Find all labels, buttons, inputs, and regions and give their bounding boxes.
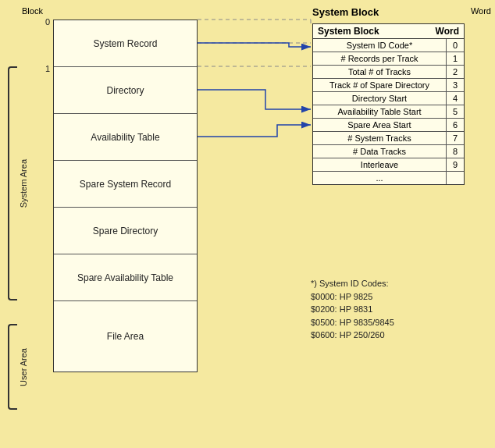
directory-row: Directory [54, 67, 197, 114]
right-cell-1-word: 1 [447, 52, 464, 65]
right-row-ellipsis: ... [313, 172, 464, 184]
right-cell-ellipsis-word [447, 172, 464, 184]
right-cell-5-word: 5 [447, 105, 464, 118]
arrow-directory [198, 90, 311, 109]
footnote-entry-3: $0600: HP 250/260 [311, 329, 394, 342]
right-row-3: Track # of Spare Directory 3 [313, 79, 464, 92]
arrow-avail-table [198, 125, 311, 137]
right-cell-ellipsis-label: ... [313, 172, 447, 184]
system-area-group: System Area [8, 66, 28, 300]
right-table-header-label: System Block [318, 26, 379, 37]
right-cell-4-word: 4 [447, 92, 464, 105]
spare-system-record-row: Spare System Record [54, 161, 197, 208]
user-area-label: User Area [19, 348, 28, 386]
right-row-7: # System Tracks 7 [313, 132, 464, 145]
footnote: *) System ID Codes: $0000: HP 9825 $0200… [311, 277, 394, 342]
footnote-entry-1: $0200: HP 9831 [311, 303, 394, 316]
word-header-label: Word [471, 6, 491, 16]
right-cell-8-word: 8 [447, 145, 464, 158]
right-row-0: System ID Code* 0 [313, 39, 464, 52]
user-area-group: User Area [8, 324, 28, 410]
right-row-6: Spare Area Start 6 [313, 119, 464, 132]
block-num-0: 0 [45, 17, 50, 27]
right-cell-8-label: # Data Tracks [313, 145, 447, 158]
right-cell-5-label: Availability Table Start [313, 105, 447, 118]
right-cell-6-word: 6 [447, 119, 464, 131]
user-area-brace [8, 324, 17, 410]
right-cell-6-label: Spare Area Start [313, 119, 447, 131]
system-area-label: System Area [19, 159, 28, 208]
left-diagram-box: System Record Directory Availability Tab… [53, 20, 198, 372]
right-row-2: Total # of Tracks 2 [313, 66, 464, 79]
right-cell-7-word: 7 [447, 132, 464, 144]
system-block-header: System Block [312, 6, 379, 18]
spare-availability-table-row: Spare Availability Table [54, 254, 197, 301]
availability-table-row: Availability Table [54, 114, 197, 161]
footnote-entry-0: $0000: HP 9825 [311, 290, 394, 304]
right-cell-3-label: Track # of Spare Directory [313, 79, 447, 91]
right-cell-9-word: 9 [447, 158, 464, 171]
right-row-8: # Data Tracks 8 [313, 145, 464, 158]
right-system-block-table: System Block Word System ID Code* 0 # Re… [312, 23, 465, 185]
system-record-row: System Record [54, 20, 197, 67]
block-num-1: 1 [45, 64, 50, 73]
right-row-1: # Records per Track 1 [313, 52, 464, 66]
arrow-system-record [198, 43, 311, 47]
right-cell-2-label: Total # of Tracks [313, 66, 447, 78]
right-cell-3-word: 3 [447, 79, 464, 91]
right-row-9: Interleave 9 [313, 158, 464, 172]
spare-directory-row: Spare Directory [54, 208, 197, 254]
main-container: Block System Block Word 0 1 System Recor… [0, 0, 495, 448]
block-header-label: Block [22, 6, 43, 16]
right-table-header: System Block Word [313, 24, 464, 39]
system-area-brace [8, 66, 17, 300]
footnote-entry-2: $0500: HP 9835/9845 [311, 316, 394, 329]
right-row-5: Availability Table Start 5 [313, 105, 464, 119]
right-cell-0-label: System ID Code* [313, 39, 447, 52]
right-cell-1-label: # Records per Track [313, 52, 447, 65]
right-table-header-word: Word [436, 26, 459, 37]
right-cell-2-word: 2 [447, 66, 464, 78]
file-area-row: File Area [54, 301, 197, 372]
right-cell-9-label: Interleave [313, 158, 447, 171]
footnote-title: *) System ID Codes: [311, 277, 394, 290]
right-cell-7-label: # System Tracks [313, 132, 447, 144]
right-cell-4-label: Directory Start [313, 92, 447, 105]
right-row-4: Directory Start 4 [313, 92, 464, 105]
right-cell-0-word: 0 [447, 39, 464, 52]
